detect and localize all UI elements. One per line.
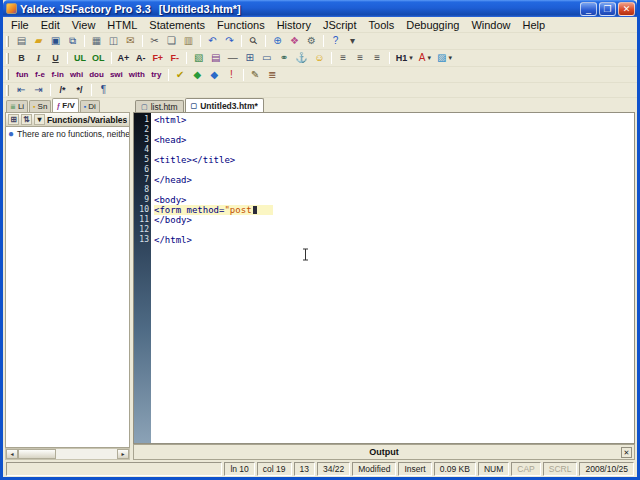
expand-tree-button[interactable]: ⊞ [8, 114, 19, 125]
align-center-button[interactable]: ≡ [352, 51, 369, 65]
code-line-1[interactable]: <html> [154, 115, 634, 125]
special-characters-button[interactable]: ¶ [95, 83, 112, 97]
align-right-button[interactable]: ≡ [369, 51, 386, 65]
do-while-statement-button[interactable]: dou [86, 68, 107, 82]
maximize-button[interactable]: ❐ [599, 2, 616, 16]
run-script-button[interactable]: ◆ [189, 68, 206, 82]
scrollbar-thumb[interactable] [18, 449, 56, 459]
font-increase-button[interactable]: F+ [149, 51, 166, 65]
reference-button[interactable]: ≣ [264, 68, 281, 82]
sidebar-horizontal-scrollbar[interactable]: ◂ ▸ [5, 448, 130, 460]
close-button[interactable]: ✕ [618, 2, 635, 16]
code-line-6[interactable] [154, 165, 634, 175]
insert-link-button[interactable]: ⚭ [275, 51, 292, 65]
scrollbar-track[interactable] [18, 449, 117, 459]
menu-functions[interactable]: Functions [211, 18, 271, 32]
scroll-left-icon[interactable]: ◂ [6, 449, 18, 459]
print-button[interactable]: ▦ [88, 34, 105, 48]
code-line-2[interactable] [154, 125, 634, 135]
code-line-9[interactable]: <body> [154, 195, 634, 205]
menu-view[interactable]: View [66, 18, 102, 32]
align-left-button[interactable]: ≡ [335, 51, 352, 65]
view-menu-button[interactable]: ▾ [344, 34, 361, 48]
print-preview-button[interactable]: ◫ [105, 34, 122, 48]
fill-color-button[interactable]: ▨▾ [434, 51, 455, 65]
underline-button[interactable]: U [47, 51, 64, 65]
insert-rule-button[interactable]: — [224, 51, 241, 65]
for-each-statement-button[interactable]: f-e [31, 68, 48, 82]
menu-tools[interactable]: Tools [363, 18, 401, 32]
mail-button[interactable]: ✉ [122, 34, 139, 48]
ordered-list-button[interactable]: OL [89, 51, 108, 65]
insert-form-button[interactable]: ▭ [258, 51, 275, 65]
font-color-button[interactable]: A▾ [416, 51, 434, 65]
menu-statements[interactable]: Statements [143, 18, 211, 32]
error-list-button[interactable]: ! [223, 68, 240, 82]
help-button[interactable]: ? [327, 34, 344, 48]
insert-table-button[interactable]: ⊞ [241, 51, 258, 65]
save-all-button[interactable]: ⧉ [64, 34, 81, 48]
heading-button[interactable]: H1▾ [393, 51, 416, 65]
code-line-13[interactable]: </html> [154, 235, 634, 245]
code-line-8[interactable] [154, 185, 634, 195]
sidebar-tab-li[interactable]: ≣Li [6, 100, 28, 112]
menu-edit[interactable]: Edit [35, 18, 66, 32]
code-line-7[interactable]: </head> [154, 175, 634, 185]
sidebar-tab-di[interactable]: ▪Di [80, 100, 100, 112]
code-area[interactable]: <html><head><title></title></head><body>… [151, 113, 634, 443]
code-editor[interactable]: 12345678910111213 <html><head><title></t… [133, 112, 635, 444]
options-button[interactable]: ⚙ [303, 34, 320, 48]
font-decrease-button[interactable]: F- [166, 51, 183, 65]
cut-button[interactable]: ✂ [146, 34, 163, 48]
indent-decrease-button[interactable]: ⇤ [13, 83, 30, 97]
syntax-check-button[interactable]: ✔ [172, 68, 189, 82]
edit-snippet-button[interactable]: ✎ [247, 68, 264, 82]
insert-image-button[interactable]: ▧ [190, 51, 207, 65]
try-statement-button[interactable]: try [148, 68, 165, 82]
functions-list[interactable]: ● There are no functions, neither var [5, 127, 130, 448]
unordered-list-button[interactable]: UL [71, 51, 89, 65]
menu-debugging[interactable]: Debugging [400, 18, 465, 32]
sidebar-tab-fv[interactable]: ƒF/V [52, 98, 78, 112]
sidebar-tab-sn[interactable]: ▪Sn [29, 100, 51, 112]
sort-button[interactable]: ⇅ [21, 114, 32, 125]
code-line-5[interactable]: <title></title> [154, 155, 634, 165]
with-statement-button[interactable]: with [126, 68, 148, 82]
debug-script-button[interactable]: ◆ [206, 68, 223, 82]
scroll-right-icon[interactable]: ▸ [117, 449, 129, 459]
insert-film-button[interactable]: ▤ [207, 51, 224, 65]
copy-button[interactable]: ❏ [163, 34, 180, 48]
menu-jscript[interactable]: JScript [317, 18, 363, 32]
comment-selection-button[interactable]: /* [54, 83, 71, 97]
insert-anchor-button[interactable]: ⚓ [292, 51, 310, 65]
insert-smiley-button[interactable]: ☺ [311, 51, 328, 65]
browser-preview-button[interactable]: ⊕ [269, 34, 286, 48]
italic-button[interactable]: I [30, 51, 47, 65]
title-bar[interactable]: Yaldex JSFactory Pro 3.3 [Untitled3.htm*… [3, 0, 637, 17]
while-statement-button[interactable]: whi [67, 68, 86, 82]
uncomment-selection-button[interactable]: */ [71, 83, 88, 97]
find-button[interactable]: ⚲ [245, 34, 262, 48]
code-line-4[interactable] [154, 145, 634, 155]
document-tab-untitled3htm[interactable]: ▢Untitled3.htm* [185, 98, 264, 112]
anchor-plus-button[interactable]: A+ [115, 51, 133, 65]
output-close-icon[interactable]: ✕ [621, 447, 632, 458]
redo-button[interactable]: ↷ [221, 34, 238, 48]
indent-increase-button[interactable]: ⇥ [30, 83, 47, 97]
panel-dropdown-button[interactable]: ▾ [34, 114, 45, 125]
function-statement-button[interactable]: fun [13, 68, 31, 82]
new-button[interactable]: ▤ [13, 34, 30, 48]
minimize-button[interactable]: _ [580, 2, 597, 16]
open-button[interactable]: ▰ [30, 34, 47, 48]
menu-html[interactable]: HTML [101, 18, 143, 32]
bold-button[interactable]: B [13, 51, 30, 65]
menu-history[interactable]: History [271, 18, 317, 32]
save-button[interactable]: ▣ [47, 34, 64, 48]
code-line-3[interactable]: <head> [154, 135, 634, 145]
code-line-11[interactable]: </body> [154, 215, 634, 225]
output-panel-header[interactable]: Output ✕ [133, 444, 635, 460]
menu-help[interactable]: Help [517, 18, 552, 32]
document-tab-listhtm[interactable]: ▢list.htm [135, 100, 184, 112]
paste-button[interactable]: ▥ [180, 34, 197, 48]
code-line-12[interactable] [154, 225, 634, 235]
